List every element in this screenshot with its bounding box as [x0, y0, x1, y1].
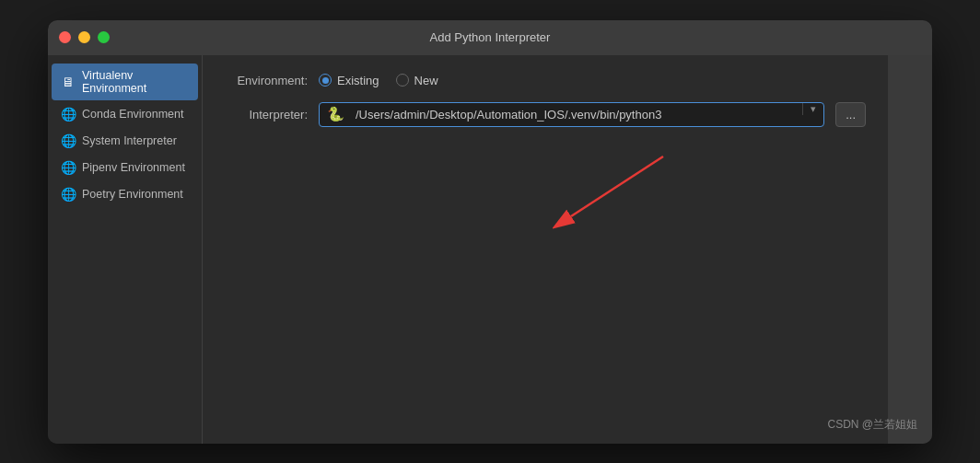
window-controls	[59, 31, 110, 43]
sidebar-item-conda[interactable]: 🌐 Conda Environment	[52, 101, 198, 127]
sidebar-item-poetry[interactable]: 🌐 Poetry Environment	[52, 181, 198, 207]
sidebar-label-poetry: Poetry Environment	[82, 188, 183, 201]
arrow-annotation	[553, 147, 663, 221]
right-panel	[888, 55, 932, 444]
environment-label: Environment:	[225, 74, 308, 87]
pipenv-icon: 🌐	[61, 160, 76, 175]
radio-new-circle[interactable]	[396, 74, 409, 87]
sidebar-label-pipenv: Pipenv Environment	[82, 161, 185, 174]
interpreter-row: Interpreter: 🐍 ▾ ...	[225, 102, 866, 127]
python-icon: 🐍	[320, 106, 352, 122]
radio-group: Existing New	[319, 74, 438, 87]
maximize-button[interactable]	[98, 31, 110, 43]
radio-existing-circle[interactable]	[319, 74, 332, 87]
radio-new-label: New	[414, 74, 438, 87]
sidebar-label-virtualenv: Virtualenv Environment	[82, 69, 189, 95]
interpreter-path-input[interactable]	[352, 103, 802, 126]
browse-button[interactable]: ...	[835, 102, 866, 127]
dialog-body: 🖥 Virtualenv Environment 🌐 Conda Environ…	[48, 55, 932, 444]
conda-icon: 🌐	[61, 107, 76, 122]
sidebar-item-pipenv[interactable]: 🌐 Pipenv Environment	[52, 155, 198, 180]
close-button[interactable]	[59, 31, 71, 43]
dialog-title: Add Python Interpreter	[430, 30, 551, 44]
main-content: Environment: Existing New Interpreter:	[203, 55, 888, 444]
dialog: Add Python Interpreter 🖥 Virtualenv Envi…	[48, 20, 932, 444]
radio-existing-label: Existing	[337, 74, 379, 87]
dropdown-arrow-icon[interactable]: ▾	[802, 103, 823, 115]
watermark: CSDN @兰若姐姐	[827, 417, 917, 433]
sidebar: 🖥 Virtualenv Environment 🌐 Conda Environ…	[48, 55, 203, 444]
sidebar-item-system[interactable]: 🌐 System Interpreter	[52, 128, 198, 154]
sidebar-label-system: System Interpreter	[82, 134, 177, 147]
sidebar-item-virtualenv[interactable]: 🖥 Virtualenv Environment	[52, 64, 198, 100]
system-icon: 🌐	[61, 133, 76, 148]
interpreter-select-wrapper[interactable]: 🐍 ▾	[319, 102, 824, 127]
minimize-button[interactable]	[78, 31, 90, 43]
sidebar-label-conda: Conda Environment	[82, 108, 183, 121]
poetry-icon: 🌐	[61, 187, 76, 202]
radio-new[interactable]: New	[396, 74, 438, 87]
title-bar: Add Python Interpreter	[48, 20, 932, 55]
svg-line-1	[571, 156, 663, 216]
interpreter-label: Interpreter:	[225, 108, 308, 122]
environment-row: Environment: Existing New	[225, 74, 866, 87]
virtualenv-icon: 🖥	[61, 75, 76, 89]
radio-existing[interactable]: Existing	[319, 74, 379, 87]
